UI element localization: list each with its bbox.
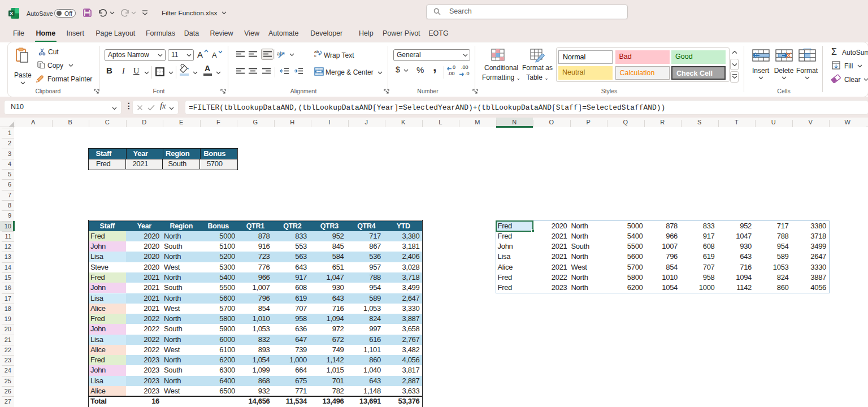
svg-text:c: c bbox=[314, 53, 316, 58]
svg-text:X: X bbox=[10, 10, 14, 16]
svg-text:ab: ab bbox=[277, 51, 283, 57]
